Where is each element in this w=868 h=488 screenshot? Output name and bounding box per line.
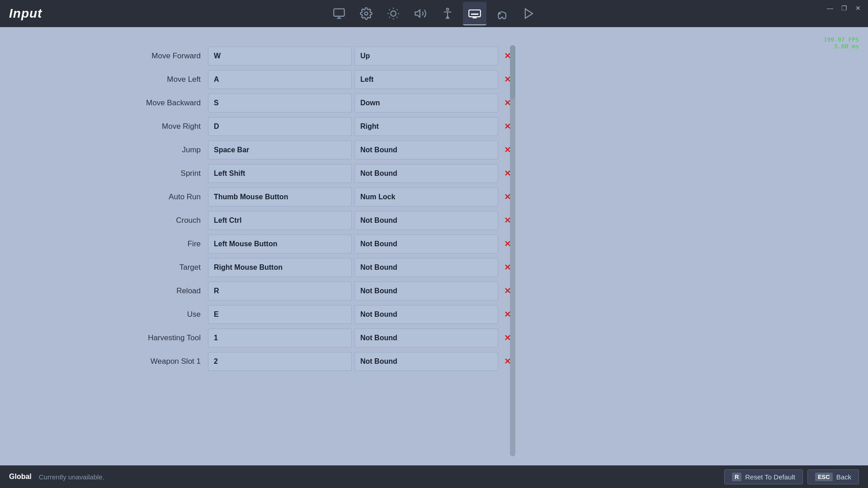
fps-ms: 5.00 ms (824, 43, 859, 50)
primary-key-cell[interactable]: E (208, 305, 352, 324)
table-row: Use E Not Bound ✕ (90, 304, 515, 325)
svg-marker-13 (415, 10, 420, 17)
minimize-button[interactable]: — (824, 4, 836, 13)
table-row: Jump Space Bar Not Bound ✕ (90, 139, 515, 161)
svg-line-11 (389, 17, 390, 18)
primary-key-cell[interactable]: R (208, 282, 352, 300)
svg-marker-24 (525, 9, 533, 19)
svg-point-3 (365, 12, 368, 15)
table-row: Weapon Slot 1 2 Not Bound ✕ (90, 351, 515, 372)
bindings-container: Move Forward W Up ✕ Move Left A Left ✕ M… (90, 45, 515, 456)
primary-key-cell[interactable]: 1 (208, 328, 352, 347)
input-nav-icon[interactable] (463, 2, 486, 25)
reset-to-default-button[interactable]: R Reset To Default (724, 469, 803, 484)
svg-rect-15 (469, 10, 481, 17)
back-key-badge: ESC (815, 473, 833, 481)
svg-line-12 (396, 9, 397, 10)
table-row: Auto Run Thumb Mouse Button Num Lock ✕ (90, 186, 515, 208)
secondary-key-cell[interactable]: Not Bound (354, 164, 498, 183)
action-label: Weapon Slot 1 (90, 357, 208, 366)
brightness-nav-icon[interactable] (382, 2, 405, 25)
action-label: Move Forward (90, 52, 208, 61)
scrollbar-thumb[interactable] (510, 45, 515, 99)
secondary-key-cell[interactable]: Not Bound (354, 282, 498, 300)
display-nav-icon[interactable] (327, 2, 351, 25)
action-label: Move Left (90, 75, 208, 84)
svg-point-14 (447, 8, 449, 10)
action-label: Target (90, 263, 208, 272)
table-row: Move Left A Left ✕ (90, 69, 515, 90)
primary-key-cell[interactable]: W (208, 47, 352, 66)
settings-nav-icon[interactable] (354, 2, 378, 25)
secondary-key-cell[interactable]: Num Lock (354, 188, 498, 206)
audio-nav-icon[interactable] (409, 2, 432, 25)
global-label: Global (9, 473, 32, 481)
primary-key-cell[interactable]: S (208, 94, 352, 113)
action-label: Reload (90, 286, 208, 296)
global-status: Currently unavailable. (39, 473, 104, 481)
reset-key-badge: R (732, 473, 741, 481)
window-controls: — ❐ ✕ (824, 4, 863, 13)
bottom-actions: R Reset To Default ESC Back (724, 469, 859, 484)
secondary-key-cell[interactable]: Not Bound (354, 258, 498, 277)
primary-key-cell[interactable]: 2 (208, 352, 352, 371)
secondary-key-cell[interactable]: Not Bound (354, 211, 498, 230)
action-label: Auto Run (90, 192, 208, 202)
svg-point-4 (391, 11, 396, 16)
action-label: Crouch (90, 216, 208, 225)
bottom-bar: Global Currently unavailable. R Reset To… (0, 465, 868, 488)
controller-nav-icon[interactable] (490, 2, 514, 25)
table-row: Harvesting Tool 1 Not Bound ✕ (90, 327, 515, 349)
fps-display: 199.97 FPS 5.00 ms (824, 36, 859, 50)
primary-key-cell[interactable]: Space Bar (208, 141, 352, 160)
primary-key-cell[interactable]: Left Ctrl (208, 211, 352, 230)
table-row: Move Right D Right ✕ (90, 116, 515, 137)
action-label: Harvesting Tool (90, 333, 208, 343)
action-label: Use (90, 310, 208, 319)
nav-icons (327, 2, 541, 25)
restore-button[interactable]: ❐ (839, 4, 850, 13)
table-row: Fire Left Mouse Button Not Bound ✕ (90, 233, 515, 255)
table-row: Move Backward S Down ✕ (90, 92, 515, 114)
secondary-key-cell[interactable]: Not Bound (354, 352, 498, 371)
table-row: Crouch Left Ctrl Not Bound ✕ (90, 210, 515, 231)
action-label: Move Backward (90, 99, 208, 108)
primary-key-cell[interactable]: A (208, 70, 352, 89)
reset-label: Reset To Default (745, 473, 795, 481)
action-label: Fire (90, 239, 208, 249)
secondary-key-cell[interactable]: Not Bound (354, 235, 498, 253)
secondary-key-cell[interactable]: Down (354, 94, 498, 113)
fps-value: 199.97 FPS (824, 36, 859, 43)
primary-key-cell[interactable]: Thumb Mouse Button (208, 188, 352, 206)
secondary-key-cell[interactable]: Not Bound (354, 141, 498, 160)
scrollbar-track[interactable] (510, 45, 515, 456)
secondary-key-cell[interactable]: Left (354, 70, 498, 89)
secondary-key-cell[interactable]: Not Bound (354, 305, 498, 324)
table-row: Sprint Left Shift Not Bound ✕ (90, 163, 515, 184)
svg-line-8 (396, 17, 397, 18)
action-label: Move Right (90, 122, 208, 131)
table-row: Reload R Not Bound ✕ (90, 280, 515, 302)
primary-key-cell[interactable]: D (208, 117, 352, 136)
back-label: Back (836, 473, 851, 481)
primary-key-cell[interactable]: Right Mouse Button (208, 258, 352, 277)
back-button[interactable]: ESC Back (807, 469, 859, 484)
app-title: Input (9, 6, 42, 21)
primary-key-cell[interactable]: Left Mouse Button (208, 235, 352, 253)
svg-rect-0 (334, 9, 344, 16)
secondary-key-cell[interactable]: Not Bound (354, 328, 498, 347)
binding-rows-container: Move Forward W Up ✕ Move Left A Left ✕ M… (90, 45, 515, 372)
accessibility-nav-icon[interactable] (436, 2, 459, 25)
top-bar: Input — (0, 0, 868, 27)
secondary-key-cell[interactable]: Right (354, 117, 498, 136)
table-row: Target Right Mouse Button Not Bound ✕ (90, 257, 515, 278)
action-label: Jump (90, 145, 208, 155)
close-button[interactable]: ✕ (853, 4, 863, 13)
main-content: Move Forward W Up ✕ Move Left A Left ✕ M… (0, 27, 868, 465)
table-row: Move Forward W Up ✕ (90, 45, 515, 67)
svg-line-7 (389, 9, 390, 10)
action-label: Sprint (90, 169, 208, 178)
secondary-key-cell[interactable]: Up (354, 47, 498, 66)
primary-key-cell[interactable]: Left Shift (208, 164, 352, 183)
video-nav-icon[interactable] (517, 2, 541, 25)
